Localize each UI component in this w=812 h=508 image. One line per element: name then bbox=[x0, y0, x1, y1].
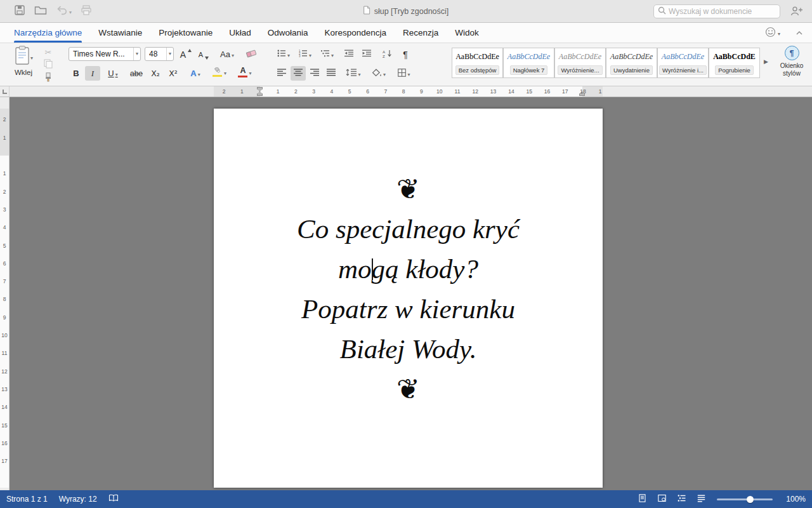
strikethrough-button[interactable]: abe bbox=[127, 66, 146, 81]
ruler-number: 1 bbox=[599, 88, 602, 95]
align-right-button[interactable] bbox=[307, 66, 322, 81]
show-paragraph-marks-button[interactable]: ¶ bbox=[398, 47, 412, 62]
spellcheck-book-icon bbox=[108, 495, 119, 504]
align-center-icon bbox=[294, 69, 303, 78]
zoom-slider-thumb[interactable] bbox=[747, 496, 754, 503]
copy-button[interactable] bbox=[42, 59, 55, 70]
font-name-combo[interactable]: Times New R... bbox=[69, 47, 141, 61]
change-case-button[interactable]: Aa bbox=[217, 47, 237, 62]
dropdown-arrow-icon bbox=[287, 50, 290, 59]
svg-text:3: 3 bbox=[299, 55, 301, 57]
multilevel-list-icon bbox=[321, 50, 330, 59]
share-button[interactable] bbox=[790, 6, 803, 18]
search-input[interactable] bbox=[669, 7, 776, 16]
dropdown-arrow-icon bbox=[358, 69, 360, 78]
dropdown-arrow-icon bbox=[198, 69, 200, 78]
view-outline-button[interactable] bbox=[678, 494, 686, 504]
style-pogrubienie[interactable]: AaBbCcDdEPogrubienie bbox=[709, 48, 760, 78]
font-size-combo[interactable]: 48 bbox=[145, 47, 174, 61]
view-draft-button[interactable] bbox=[697, 494, 705, 504]
styles-pane-button[interactable]: ¶ Okienkostylów bbox=[775, 46, 808, 77]
view-print-layout-button[interactable] bbox=[638, 494, 646, 504]
page-number-indicator[interactable]: Strona 1 z 1 bbox=[6, 495, 48, 504]
ruler-number: 13 bbox=[490, 88, 496, 95]
clear-formatting-button[interactable] bbox=[242, 47, 260, 62]
increase-indent-button[interactable] bbox=[359, 47, 374, 62]
decrease-indent-button[interactable] bbox=[341, 47, 357, 62]
search-box[interactable] bbox=[653, 4, 780, 18]
bullets-button[interactable] bbox=[274, 47, 293, 62]
subscript-button[interactable]: X₂ bbox=[147, 66, 164, 81]
svg-text:Z: Z bbox=[383, 53, 385, 57]
view-web-layout-button[interactable] bbox=[658, 494, 666, 504]
font-group: Times New R... 48 A A Aa B I U abe X₂ X²… bbox=[63, 43, 266, 86]
gallery-more-button[interactable]: ▶ bbox=[764, 58, 768, 65]
ruler-number: 8 bbox=[3, 296, 6, 302]
highlight-color-button[interactable] bbox=[208, 65, 231, 79]
tab-korespondencja[interactable]: Korespondencja bbox=[324, 23, 386, 43]
tab-wstawianie[interactable]: Wstawianie bbox=[98, 23, 142, 43]
borders-button[interactable] bbox=[393, 66, 415, 81]
collapse-ribbon-button[interactable] bbox=[796, 28, 803, 37]
zoom-slider[interactable] bbox=[717, 495, 773, 503]
underline-button[interactable]: U bbox=[102, 66, 124, 81]
tab-narzedzia-glowne[interactable]: Narzędzia główne bbox=[14, 23, 82, 43]
word-count-indicator[interactable]: Wyrazy: 12 bbox=[59, 495, 97, 504]
font-color-button[interactable]: A bbox=[233, 65, 256, 79]
tab-stop-selector[interactable] bbox=[0, 86, 10, 97]
sort-button[interactable]: AZ bbox=[378, 47, 396, 62]
paste-button[interactable]: Wklej bbox=[9, 46, 38, 83]
font-name-value: Times New R... bbox=[73, 50, 131, 58]
justify-button[interactable] bbox=[324, 66, 339, 81]
feedback-smiley-button[interactable] bbox=[765, 27, 780, 39]
superscript-button[interactable]: X² bbox=[165, 66, 181, 81]
undo-button[interactable] bbox=[56, 6, 72, 17]
ruler-number: 10 bbox=[436, 88, 442, 95]
tab-uklad[interactable]: Układ bbox=[229, 23, 251, 43]
eraser-icon bbox=[246, 49, 258, 60]
bold-button[interactable]: B bbox=[69, 66, 84, 81]
text-effects-button[interactable]: A bbox=[185, 66, 206, 81]
ruler-number: 9 bbox=[420, 88, 423, 95]
save-button[interactable] bbox=[14, 4, 25, 18]
italic-button[interactable]: I bbox=[85, 66, 100, 81]
style-wyroznienie-intensywne[interactable]: AaBbCcDdEeWyróżnienie i... bbox=[657, 48, 709, 78]
spellcheck-indicator[interactable] bbox=[108, 494, 119, 504]
align-center-button[interactable] bbox=[291, 66, 306, 81]
ruler-number: 12 bbox=[473, 88, 478, 95]
vertical-ruler[interactable]: 211234567891011121314151617 bbox=[0, 97, 10, 490]
undo-icon bbox=[56, 6, 68, 17]
format-painter-button[interactable] bbox=[42, 72, 55, 84]
document-canvas[interactable]: ❦ Co specjalnego kryć mogą kłody? Popatr… bbox=[10, 97, 812, 490]
shading-button[interactable] bbox=[368, 66, 390, 81]
print-button[interactable] bbox=[81, 5, 92, 17]
horizontal-ruler[interactable]: 211234567891011121314151617181 bbox=[10, 86, 812, 97]
document-text[interactable]: ❦ Co specjalnego kryć mogą kłody? Popatr… bbox=[214, 109, 603, 409]
document-icon bbox=[363, 6, 370, 17]
style-wyroznienie[interactable]: AaBbCcDdEeWyróżnienie... bbox=[554, 48, 606, 78]
ruler-number: 1 bbox=[3, 135, 6, 141]
tab-odwolania[interactable]: Odwołania bbox=[268, 23, 308, 43]
multilevel-list-button[interactable] bbox=[317, 47, 337, 62]
tab-projektowanie[interactable]: Projektowanie bbox=[159, 23, 213, 43]
text-cursor bbox=[372, 258, 373, 280]
style-naglowek-7[interactable]: AaBbCcDdEeNagłówek 7 bbox=[503, 48, 554, 78]
zoom-percentage[interactable]: 100% bbox=[784, 495, 806, 504]
cut-button[interactable]: ✂ bbox=[42, 46, 55, 58]
style-bez-odstepow[interactable]: AaBbCcDdEeBez odstępów bbox=[452, 48, 503, 78]
bullet-list-icon bbox=[277, 50, 286, 59]
grow-font-button[interactable]: A bbox=[178, 47, 194, 62]
document-page[interactable]: ❦ Co specjalnego kryć mogą kłody? Popatr… bbox=[214, 109, 603, 488]
style-uwydatnienie[interactable]: AaBbCcDdEeUwydatnienie bbox=[606, 48, 657, 78]
numbering-button[interactable]: 123 bbox=[296, 47, 315, 62]
dropdown-arrow-icon bbox=[224, 67, 226, 77]
ruler-number: 16 bbox=[1, 440, 7, 446]
open-button[interactable] bbox=[34, 5, 47, 17]
shrink-font-button[interactable]: A bbox=[195, 47, 212, 62]
ruler-number: 13 bbox=[1, 386, 7, 392]
align-left-button[interactable] bbox=[274, 66, 289, 81]
line-spacing-button[interactable] bbox=[343, 66, 364, 81]
indent-icon bbox=[362, 50, 371, 59]
tab-recenzja[interactable]: Recenzja bbox=[403, 23, 438, 43]
tab-widok[interactable]: Widok bbox=[455, 23, 479, 43]
